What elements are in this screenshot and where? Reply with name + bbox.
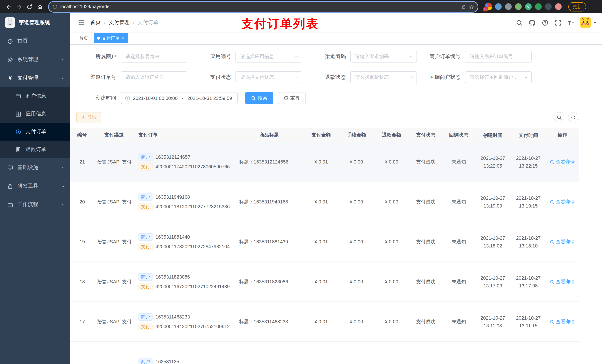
placeholder-text: 请选择订单回调商户状态 <box>470 74 522 81</box>
fullscreen-icon[interactable] <box>552 17 563 28</box>
address-bar[interactable]: localhost:1024/pay/order <box>48 1 478 12</box>
view-detail-link[interactable]: 查看详情 <box>550 318 575 325</box>
url-text: localhost:1024/pay/order <box>60 4 458 9</box>
view-detail-link[interactable]: 查看详情 <box>550 239 575 245</box>
browser-back-icon[interactable] <box>4 2 13 11</box>
view-detail-link[interactable]: 查看详情 <box>550 198 575 205</box>
sidebar-item-支付管理[interactable]: ¥支付管理 <box>0 69 70 87</box>
pay-status: 支付成功 <box>409 318 442 325</box>
table-row: 21微信 JSAPI 支付商户1635312124657支付4200001174… <box>70 142 579 182</box>
create-time: 2021-10-2713:18:02 <box>475 234 511 250</box>
help-icon[interactable] <box>539 17 550 28</box>
browser-home-icon[interactable] <box>35 2 44 11</box>
time-line: 13:11:15 <box>511 322 546 329</box>
table-refresh-button[interactable] <box>568 112 578 123</box>
gray-extension-icon[interactable] <box>505 3 512 10</box>
profile-extension-icon[interactable] <box>555 3 562 10</box>
fee-amount: ¥ 0.00 <box>339 159 374 165</box>
svg-text:T: T <box>568 20 571 26</box>
time-line: 2021-10-27 <box>511 274 546 282</box>
chevron-down-icon <box>61 184 65 188</box>
sidebar-item-label: 研发工具 <box>17 183 57 189</box>
drop-extension-icon[interactable] <box>495 3 502 10</box>
merchant-order-no-input[interactable]: 请输入商户订单编号 <box>465 51 532 62</box>
sidebar-item-首页[interactable]: 首页 <box>0 32 70 50</box>
sidebar-subitem-支付订单[interactable]: 支付订单 <box>0 123 70 141</box>
chat-extension-icon[interactable] <box>535 3 542 10</box>
callback-status-select[interactable]: 请选择订单回调商户状态 <box>465 71 532 83</box>
refund-status-select[interactable]: 请选择退款状态 <box>350 71 417 83</box>
breadcrumb-item[interactable]: 首页 <box>90 19 101 26</box>
search-button[interactable]: 搜索 <box>245 92 273 104</box>
pay-order-no: 4200001167202110271022491439 <box>155 284 230 289</box>
filter-label: 渠道编码 <box>306 53 350 60</box>
browser-menu-kebab-icon[interactable]: ⋮ <box>590 3 598 10</box>
placeholder-text: 请输入商户订单编号 <box>470 53 528 60</box>
sidebar-item-基础设施[interactable]: 基础设施 <box>0 158 70 177</box>
browser-update-button[interactable]: 更新 <box>568 2 586 11</box>
export-button[interactable]: 导出 <box>76 112 101 123</box>
pay-status-select[interactable]: 请选择支付状态 <box>236 71 302 83</box>
breadcrumb-item[interactable]: 支付管理 <box>109 19 129 26</box>
filter-field: 回调商户状态请选择订单回调商户状态 <box>420 71 535 83</box>
pay-channel: 微信 JSAPI 支付 <box>94 318 134 325</box>
search-icon[interactable] <box>514 17 525 28</box>
github-icon[interactable] <box>527 17 538 28</box>
chevron-down-icon <box>294 75 299 80</box>
font-size-icon[interactable]: TT <box>565 17 576 28</box>
view-detail-link[interactable]: 查看详情 <box>550 278 575 285</box>
column-header: 回调状态 <box>442 132 475 138</box>
sidebar-subitem-应用信息[interactable]: 应用信息 <box>0 105 70 123</box>
pay-tag: 支付 <box>139 203 152 210</box>
view-detail-link[interactable]: 查看详情 <box>550 158 575 165</box>
merchant-select[interactable]: 请选择所属商户 <box>121 51 187 62</box>
pay-channel: 微信 JSAPI 支付 <box>94 198 134 205</box>
browser-reload-icon[interactable] <box>24 2 34 11</box>
table-header-row: 编号支付渠道支付订单商品标题支付金额手续金额退款金额支付状态回调状态创建时间支付… <box>70 128 579 142</box>
pin-extension-icon[interactable] <box>545 3 552 10</box>
pay-status: 支付成功 <box>409 198 442 205</box>
app-id-select[interactable]: 请选择应用信息 <box>236 51 302 62</box>
sidebar-item-研发工具[interactable]: 研发工具 <box>0 177 70 195</box>
share-icon[interactable] <box>461 4 466 9</box>
channel-order-no-input[interactable]: 请输入渠道订单号 <box>121 71 187 83</box>
merchant-order-line: 商户163531135 <box>139 358 235 364</box>
avatar-caret-icon[interactable] <box>593 21 597 24</box>
time-line: 2021-10-27 <box>511 234 546 242</box>
vue-devtools-icon[interactable]: V <box>525 3 532 10</box>
filter-field: 渠道订单号请输入渠道订单号 <box>76 71 191 83</box>
sidebar-item-系统管理[interactable]: 系统管理 <box>0 50 70 69</box>
time-line: 2021-10-27 <box>475 274 511 282</box>
sidebar-toggle-icon[interactable] <box>75 17 87 28</box>
palette-extension-icon[interactable]: 10 <box>485 3 492 10</box>
create-time: 2021-10-2713:17:03 <box>475 274 511 290</box>
create-time-range-input[interactable]: 2021-10-01 00:00:00 - 2021-10-31 23:59:5… <box>121 92 238 104</box>
placeholder-text: 请选择所属商户 <box>126 53 184 60</box>
breadcrumb: 首页/支付管理/支付订单 <box>90 19 159 26</box>
user-avatar[interactable] <box>580 17 591 28</box>
reset-button[interactable]: 重置 <box>278 92 306 104</box>
create-time: 2021-10-2713:11:08 <box>475 314 511 329</box>
time-line: 13:18:10 <box>511 242 546 250</box>
view-detail-label: 查看详情 <box>556 198 575 205</box>
sidebar-item-工作流程[interactable]: 工作流程 <box>0 195 70 214</box>
browser-forward-icon[interactable] <box>14 2 24 11</box>
order-id: 18 <box>70 279 94 284</box>
dashboard-icon <box>7 38 13 44</box>
merchant-order-line: 商户1635311823086 <box>139 273 235 281</box>
bookmark-star-icon[interactable] <box>469 4 474 9</box>
tab-首页[interactable]: 首页 <box>76 33 91 43</box>
table-search-toggle-button[interactable] <box>554 112 564 123</box>
tab-支付订单[interactable]: 支付订单× <box>94 33 128 43</box>
sidebar-subitem-商户信息[interactable]: 商户信息 <box>0 87 70 105</box>
tab-close-icon[interactable]: × <box>121 36 124 41</box>
green-extension-icon[interactable] <box>515 3 522 10</box>
table-row: 18微信 JSAPI 支付商户1635311823086支付4200001167… <box>70 262 579 302</box>
view-detail-label: 查看详情 <box>556 318 575 325</box>
channel-code-select[interactable]: 请输入渠道编码 <box>350 51 417 62</box>
pay-status: 支付成功 <box>409 239 442 245</box>
refund-amount: ¥ 0.00 <box>374 319 409 324</box>
site-info-icon[interactable] <box>53 4 57 9</box>
sidebar-subitem-退款订单[interactable]: 退款订单 <box>0 141 70 158</box>
top-navbar: 首页/支付管理/支付订单 支付订单列表 <box>70 13 602 32</box>
